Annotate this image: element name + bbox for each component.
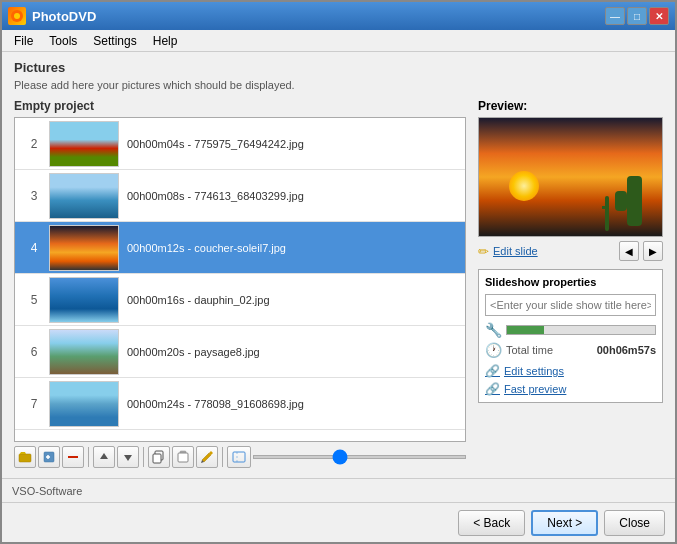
menu-settings[interactable]: Settings [85, 32, 144, 50]
thumbnail-image [50, 174, 118, 218]
progress-bar [506, 325, 656, 335]
menubar: File Tools Settings Help [2, 30, 675, 52]
close-bottom-button[interactable]: Close [604, 510, 665, 536]
item-label: 00h00m08s - 774613_68403299.jpg [127, 190, 304, 202]
slideshow-title-input[interactable] [485, 294, 656, 316]
toolbar [14, 442, 466, 470]
content-area: Empty project 2 00h00m04s - 775975_76494… [14, 99, 663, 470]
svg-rect-8 [178, 453, 188, 462]
app-title: PhotoDVD [32, 9, 96, 24]
maximize-button[interactable]: □ [627, 7, 647, 25]
add-files-button[interactable] [38, 446, 60, 468]
pictures-list-container: 2 00h00m04s - 775975_76494242.jpg 3 [14, 117, 466, 442]
toolbar-separator [222, 447, 223, 467]
pictures-list-scroll[interactable]: 2 00h00m04s - 775975_76494242.jpg 3 [15, 118, 465, 441]
menu-help[interactable]: Help [145, 32, 186, 50]
transition-button[interactable] [227, 446, 251, 468]
item-label: 00h00m12s - coucher-soleil7.jpg [127, 242, 286, 254]
edit-settings-label: Edit settings [504, 365, 564, 377]
clock-icon: 🕐 [485, 342, 502, 358]
item-number: 4 [19, 241, 49, 255]
total-time-value: 00h06m57s [597, 344, 656, 356]
edit-settings-link[interactable]: 🔗 Edit settings [485, 364, 656, 378]
edit-slide-link[interactable]: Edit slide [493, 245, 538, 257]
list-item-selected[interactable]: 4 00h00m12s - coucher-soleil7.jpg [15, 222, 465, 274]
left-panel: Empty project 2 00h00m04s - 775975_76494… [14, 99, 466, 470]
thumbnail-image [50, 122, 118, 166]
list-item[interactable]: 5 00h00m16s - dauphin_02.jpg [15, 274, 465, 326]
titlebar-left: PhotoDVD [8, 7, 96, 25]
preview-link-icon: 🔗 [485, 382, 500, 396]
item-thumbnail [49, 329, 119, 375]
add-folder-button[interactable] [14, 446, 36, 468]
svg-rect-6 [153, 454, 161, 463]
svg-rect-11 [602, 206, 609, 209]
item-number: 7 [19, 397, 49, 411]
main-window: PhotoDVD — □ ✕ File Tools Settings Help … [0, 0, 677, 544]
fast-preview-label: Fast preview [504, 383, 566, 395]
svg-rect-2 [19, 454, 31, 462]
list-item[interactable]: 3 00h00m08s - 774613_68403299.jpg [15, 170, 465, 222]
preview-image [478, 117, 663, 237]
svg-point-1 [14, 13, 20, 19]
thumbnail-image [50, 278, 118, 322]
item-thumbnail [49, 121, 119, 167]
preview-label: Preview: [478, 99, 663, 113]
section-description: Please add here your pictures which shou… [14, 79, 663, 91]
brand-label: VSO-Software [12, 485, 82, 497]
item-thumbnail [49, 173, 119, 219]
list-item[interactable]: 2 00h00m04s - 775975_76494242.jpg [15, 118, 465, 170]
item-number: 2 [19, 137, 49, 151]
toolbar-separator [143, 447, 144, 467]
edit-icon: ✏ [478, 244, 489, 259]
progress-icon: 🔧 [485, 322, 502, 338]
thumbnail-image [50, 382, 118, 426]
titlebar: PhotoDVD — □ ✕ [2, 2, 675, 30]
thumbnail-image [50, 330, 118, 374]
move-up-button[interactable] [93, 446, 115, 468]
item-label: 00h00m16s - dauphin_02.jpg [127, 294, 270, 306]
zoom-slider-container [253, 455, 466, 459]
total-time-row: 🕐 Total time 00h06m57s [485, 342, 656, 358]
app-icon [8, 7, 26, 25]
copy-button[interactable] [148, 446, 170, 468]
list-item[interactable]: 6 00h00m20s - paysage8.jpg [15, 326, 465, 378]
slideshow-properties-label: Slideshow properties [485, 276, 656, 288]
menu-file[interactable]: File [6, 32, 41, 50]
fast-preview-link[interactable]: 🔗 Fast preview [485, 382, 656, 396]
slideshow-properties: Slideshow properties 🔧 🕐 Total time 00h0… [478, 269, 663, 403]
main-content: Pictures Please add here your pictures w… [2, 52, 675, 478]
svg-rect-4 [68, 456, 78, 458]
progress-row: 🔧 [485, 322, 656, 338]
paste-button[interactable] [172, 446, 194, 468]
next-slide-button[interactable]: ▶ [643, 241, 663, 261]
menu-tools[interactable]: Tools [41, 32, 85, 50]
close-button[interactable]: ✕ [649, 7, 669, 25]
item-label: 00h00m24s - 778098_91608698.jpg [127, 398, 304, 410]
preview-section: Preview: ✏ Edit slide ◀ [478, 99, 663, 261]
project-title: Empty project [14, 99, 466, 113]
zoom-slider[interactable] [253, 455, 466, 459]
item-label: 00h00m04s - 775975_76494242.jpg [127, 138, 304, 150]
remove-button[interactable] [62, 446, 84, 468]
titlebar-controls: — □ ✕ [605, 7, 669, 25]
statusbar: VSO-Software [2, 478, 675, 502]
edit-button[interactable] [196, 446, 218, 468]
item-label: 00h00m20s - paysage8.jpg [127, 346, 260, 358]
bottom-bar: < Back Next > Close [2, 502, 675, 542]
edit-slide-bar: ✏ Edit slide ◀ ▶ [478, 241, 663, 261]
next-button[interactable]: Next > [531, 510, 598, 536]
item-number: 5 [19, 293, 49, 307]
back-button[interactable]: < Back [458, 510, 525, 536]
settings-link-icon: 🔗 [485, 364, 500, 378]
list-item[interactable]: 7 00h00m24s - 778098_91608698.jpg [15, 378, 465, 430]
item-number: 6 [19, 345, 49, 359]
move-down-button[interactable] [117, 446, 139, 468]
right-panel: Preview: ✏ Edit slide ◀ [478, 99, 663, 470]
progress-fill [507, 326, 544, 334]
minimize-button[interactable]: — [605, 7, 625, 25]
prev-slide-button[interactable]: ◀ [619, 241, 639, 261]
toolbar-separator [88, 447, 89, 467]
section-title: Pictures [14, 60, 663, 75]
cactus-graphic [627, 176, 642, 226]
